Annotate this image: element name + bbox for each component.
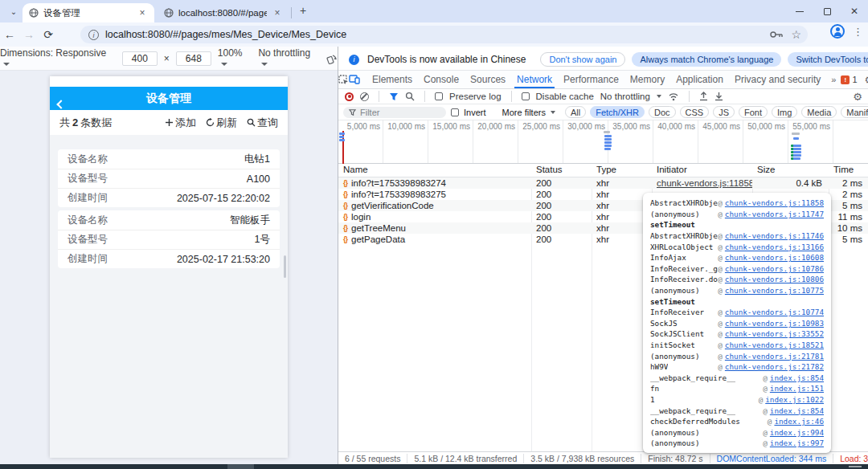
filter-chip[interactable]: Manifest [841, 106, 868, 118]
source-link[interactable]: index.js:854 [770, 373, 824, 382]
more-tabs-button[interactable]: » [826, 71, 841, 88]
source-link[interactable]: index.js:997 [770, 438, 824, 447]
devtools-tab[interactable]: Performance [558, 71, 624, 88]
filter-input[interactable] [360, 108, 440, 117]
device-card[interactable]: 设备名称电钻1 设备型号A100 创建时间2025-07-15 22:20:02 [58, 149, 280, 207]
add-button[interactable]: 添加 [165, 116, 196, 130]
column-header[interactable]: Type [592, 164, 652, 177]
source-link[interactable]: index.js:151 [770, 384, 824, 393]
tab-close-icon[interactable]: × [272, 7, 283, 18]
filter-chip[interactable]: Img [772, 106, 797, 118]
chrome-menu-icon[interactable]: ⋮ [853, 26, 863, 38]
record-network-log-button[interactable] [345, 92, 354, 101]
inspect-element-icon[interactable] [338, 71, 349, 88]
column-header[interactable]: Initiator [652, 164, 752, 177]
window-close-button[interactable]: ✕ [841, 0, 868, 22]
password-key-icon[interactable] [770, 31, 783, 39]
source-link[interactable]: chunk-vendors.js:10786 [725, 264, 824, 273]
source-link[interactable]: chunk-vendors.js:13166 [725, 243, 824, 251]
devtools-settings-gear-icon[interactable]: ⚙ [865, 74, 868, 86]
request-row[interactable]: {} info?t=1753398983274 200 xhr chunk-ve… [338, 177, 868, 189]
invert-checkbox[interactable] [451, 108, 459, 116]
disable-cache-checkbox[interactable] [522, 92, 530, 100]
filter-chip[interactable]: JS [713, 106, 735, 118]
address-bar[interactable]: i localhost:8080/#/pages/mes/Mes_Device/… [80, 26, 808, 43]
issues-counter[interactable]: ! 1 [841, 75, 857, 84]
filter-chip[interactable]: Font [739, 106, 768, 118]
site-info-icon[interactable]: i [88, 30, 99, 40]
devtools-tab[interactable]: Memory [624, 71, 670, 88]
source-link[interactable]: chunk-vendors.js:21781 [725, 352, 824, 361]
device-card[interactable]: 设备名称智能板手 设备型号1号 创建时间2025-02-17 21:53:20 [58, 210, 280, 268]
import-har-icon[interactable] [699, 92, 708, 101]
viewport-height-input[interactable] [176, 51, 211, 66]
devtools-tab[interactable]: Network [511, 71, 558, 88]
viewport-width-input[interactable] [122, 51, 158, 66]
source-link[interactable]: chunk-vendors.js:33552 [725, 329, 824, 338]
throttling-select[interactable]: No throttling [600, 92, 650, 101]
export-har-icon[interactable] [714, 92, 723, 101]
source-link[interactable]: chunk-vendors.js:11858 [725, 198, 824, 207]
devtools-tab[interactable]: Sources [465, 71, 511, 88]
bookmark-star-icon[interactable]: ☆ [791, 28, 801, 41]
column-header[interactable]: Time [829, 164, 868, 177]
filter-funnel-icon[interactable] [389, 92, 399, 101]
source-link[interactable]: chunk-vendors.js:11747 [725, 210, 824, 218]
source-link[interactable]: index.js:854 [770, 406, 824, 415]
tab-search-button[interactable]: ⌄ [6, 5, 21, 19]
throttle-select[interactable]: No throttling [258, 47, 320, 70]
forward-button[interactable]: → [19, 28, 39, 41]
refresh-button[interactable]: 刷新 [206, 116, 237, 130]
zoom-select[interactable]: 100% [218, 47, 252, 70]
network-settings-gear-icon[interactable]: ⚙ [853, 91, 862, 103]
source-link[interactable]: chunk-vendors.js:10983 [725, 319, 824, 328]
network-conditions-icon[interactable] [668, 92, 679, 101]
source-link[interactable]: chunk-vendors.js:10806 [725, 275, 824, 283]
column-header[interactable]: Name [338, 164, 531, 177]
back-chevron-icon[interactable] [56, 100, 65, 108]
dont-show-again-button[interactable]: Don't show again [540, 52, 625, 67]
column-header[interactable]: Status [531, 164, 592, 177]
network-overview-timeline[interactable]: 5,000 ms10,000 ms15,000 ms20,000 ms25,00… [338, 120, 868, 164]
filter-chip[interactable]: All [565, 106, 586, 118]
window-maximize-button[interactable] [813, 0, 841, 22]
source-link[interactable]: chunk-vendors.js:10608 [725, 253, 824, 262]
source-link[interactable]: chunk-vendors.js:21782 [725, 362, 824, 371]
filter-chip[interactable]: Fetch/XHR [590, 106, 645, 118]
browser-tab-inactive[interactable]: localhost:8080/#/pages/men × [158, 3, 289, 22]
viewport-scrollbar[interactable] [284, 255, 286, 278]
devtools-tab[interactable]: Console [418, 71, 465, 88]
preserve-log-checkbox[interactable] [435, 92, 443, 100]
devtools-tab[interactable]: Elements [366, 71, 418, 88]
reload-button[interactable]: ⟳ [39, 28, 58, 41]
devtools-tab[interactable]: Privacy and security [729, 71, 826, 88]
source-link[interactable]: chunk-vendors.js:10775 [725, 286, 824, 295]
match-language-button[interactable]: Always match Chrome's language [632, 52, 781, 67]
rotate-viewport-icon[interactable] [326, 53, 338, 64]
profile-avatar[interactable] [830, 24, 845, 39]
source-link[interactable]: index.js:994 [770, 428, 824, 437]
column-header[interactable]: Size [752, 164, 829, 177]
clear-network-log-icon[interactable] [360, 92, 369, 101]
filter-chip[interactable]: Doc [649, 106, 676, 118]
dimensions-select[interactable]: Dimensions: Responsive [0, 47, 116, 70]
browser-tab-active[interactable]: 设备管理 × [23, 3, 154, 22]
toggle-device-toolbar-icon[interactable] [349, 71, 360, 88]
filter-chip[interactable]: CSS [680, 106, 710, 118]
source-link[interactable]: chunk-vendors.js:18521 [725, 341, 824, 349]
more-filters-button[interactable]: More filters [502, 108, 546, 117]
switch-to-chinese-button[interactable]: Switch DevTools to Chinese [788, 52, 868, 67]
tab-close-icon[interactable]: × [137, 7, 148, 18]
window-minimize-button[interactable] [786, 0, 813, 22]
source-link[interactable]: chunk-vendors.js:10774 [725, 308, 824, 316]
initiator-link[interactable]: chunk-vendors.js:11858 [657, 178, 752, 188]
source-link[interactable]: chunk-vendors.js:11746 [725, 231, 824, 240]
devtools-tab[interactable]: Application [670, 71, 729, 88]
back-button[interactable]: ← [0, 28, 19, 41]
search-button[interactable]: 查询 [247, 116, 278, 130]
source-link[interactable]: index.js:1022 [765, 395, 824, 404]
source-link[interactable]: index.js:46 [774, 417, 824, 426]
new-tab-button[interactable]: + [297, 6, 309, 17]
filter-chip[interactable]: Media [801, 106, 837, 118]
search-network-icon[interactable] [405, 92, 415, 101]
